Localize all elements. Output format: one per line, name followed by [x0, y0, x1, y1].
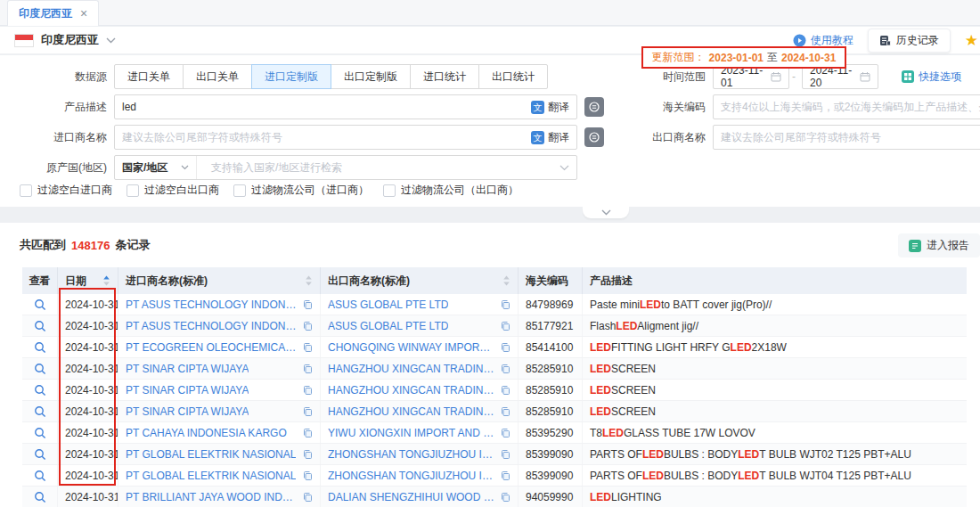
importer-link[interactable]: PT ASUS TECHNOLOGY INDONESIA BA...	[126, 298, 297, 311]
exporter-link[interactable]: ASUS GLOBAL PTE LTD	[328, 320, 448, 332]
datasource-tab-5[interactable]: 出口统计	[478, 64, 548, 89]
column-header-2[interactable]: 进口商名称(标准)	[118, 267, 321, 294]
view-record-button[interactable]	[34, 448, 46, 461]
exact-match-toggle[interactable]	[584, 127, 604, 147]
view-record-button[interactable]	[34, 491, 46, 503]
copy-icon[interactable]	[297, 428, 313, 438]
close-tab-icon[interactable]: ×	[80, 7, 87, 20]
tab-indonesia[interactable]: 印度尼西亚 ×	[7, 0, 99, 26]
copy-icon[interactable]	[297, 342, 313, 353]
history-button[interactable]: 历史记录	[868, 29, 951, 53]
exporter-link[interactable]: HANGZHOU XINGCAN TRADING CO LTD	[328, 384, 494, 397]
copy-icon[interactable]	[297, 299, 313, 310]
cell-importer: PT CAHAYA INDONESIA KARGO	[118, 422, 321, 443]
cell-hscode: 85399090	[519, 444, 583, 464]
translate-button[interactable]: 文 翻译	[531, 100, 569, 115]
cell-view	[22, 380, 58, 400]
copy-icon[interactable]	[297, 449, 313, 460]
copy-icon[interactable]	[494, 470, 510, 481]
filter-checkbox-1[interactable]: 过滤空白出口商	[127, 183, 219, 198]
indonesia-flag-icon	[14, 34, 34, 47]
importer-link[interactable]: PT SINAR CIPTA WIJAYA	[126, 363, 249, 375]
checkbox-icon[interactable]	[127, 184, 139, 197]
importer-link[interactable]: PT ECOGREEN OLEOCHEMICALS	[126, 341, 297, 354]
view-record-button[interactable]	[34, 341, 46, 354]
origin-country-search-placeholder[interactable]: 支持输入国家/地区进行检索	[202, 160, 554, 176]
copy-icon[interactable]	[494, 321, 510, 331]
datasource-tab-1[interactable]: 出口关单	[183, 64, 252, 89]
copy-icon[interactable]	[297, 492, 313, 503]
star-icon[interactable]: ★	[965, 31, 978, 50]
view-record-button[interactable]	[34, 405, 46, 418]
exact-match-toggle[interactable]	[584, 97, 604, 117]
view-record-button[interactable]	[34, 470, 46, 482]
datasource-tab-0[interactable]: 进口关单	[114, 64, 184, 89]
importer-input[interactable]	[122, 131, 526, 143]
checkbox-icon[interactable]	[383, 184, 396, 197]
copy-icon[interactable]	[494, 449, 510, 460]
copy-icon[interactable]	[297, 364, 313, 374]
copy-icon[interactable]	[494, 342, 510, 353]
copy-icon[interactable]	[494, 406, 510, 417]
checkbox-icon[interactable]	[20, 184, 32, 197]
hscode-input[interactable]	[721, 101, 980, 113]
datasource-tab-2[interactable]: 进口定制版	[251, 64, 331, 89]
importer-link[interactable]: PT ASUS TECHNOLOGY INDONESIA BA...	[126, 320, 297, 332]
exporter-input[interactable]	[721, 131, 980, 143]
importer-link[interactable]: PT GLOBAL ELEKTRIK NASIONAL	[126, 448, 296, 461]
desc-text: T8	[590, 427, 602, 439]
exporter-link[interactable]: CHONGQING WINWAY IMPORT AND E...	[328, 341, 494, 354]
sort-icon[interactable]	[497, 274, 510, 287]
copy-icon[interactable]	[494, 364, 510, 374]
cell-hscode: 85285910	[519, 358, 583, 379]
copy-icon[interactable]	[494, 428, 510, 438]
filter-checkbox-2[interactable]: 过滤物流公司（进口商）	[233, 183, 369, 198]
importer-link[interactable]: PT GLOBAL ELEKTRIK NASIONAL	[126, 470, 296, 482]
view-record-button[interactable]	[34, 384, 46, 397]
filter-checkbox-0[interactable]: 过滤空白进口商	[20, 183, 112, 198]
column-header-1[interactable]: 日期	[58, 267, 118, 294]
exporter-link[interactable]: DALIAN SHENGZHIHUI WOOD INDUST...	[328, 491, 494, 503]
translate-button[interactable]: 文 翻译	[531, 130, 569, 145]
view-record-button[interactable]	[34, 363, 46, 375]
product-desc-input[interactable]	[122, 101, 526, 113]
cell-date: 2024-10-31	[58, 444, 118, 464]
exporter-link[interactable]: ZHONGSHAN TONGJIUZHOU INTERNA...	[328, 470, 494, 482]
view-record-button[interactable]	[34, 320, 46, 332]
checkbox-icon[interactable]	[233, 184, 246, 197]
copy-icon[interactable]	[297, 470, 313, 481]
view-record-button[interactable]	[34, 427, 46, 439]
column-header-3[interactable]: 出口商名称(标准)	[321, 267, 519, 294]
importer-link[interactable]: PT CAHAYA INDONESIA KARGO	[126, 427, 287, 439]
exporter-link[interactable]: ZHONGSHAN TONGJIUZHOU INTERNA...	[328, 448, 494, 461]
importer-link[interactable]: PT SINAR CIPTA WIJAYA	[126, 384, 249, 397]
country-chevron-down-icon[interactable]	[106, 37, 116, 44]
collapse-panel-button[interactable]	[583, 207, 629, 218]
datasource-tab-4[interactable]: 进口统计	[410, 64, 479, 89]
quick-options-link[interactable]: 快捷选项	[902, 64, 961, 89]
enter-report-button[interactable]: 进入报告	[898, 233, 980, 258]
cell-importer: PT ASUS TECHNOLOGY INDONESIA BA...	[118, 315, 321, 336]
copy-icon[interactable]	[494, 492, 510, 503]
cell-importer: PT BRILLIANT JAYA WOOD INDUSTRY	[118, 487, 321, 507]
tutorial-link[interactable]: 使用教程	[793, 33, 853, 48]
exporter-link[interactable]: YIWU XIONGXIN IMPORT AND EXPORT...	[328, 427, 494, 439]
origin-country-select[interactable]: 国家/地区	[115, 156, 197, 179]
datasource-tab-3[interactable]: 出口定制版	[331, 64, 411, 89]
exporter-link[interactable]: HANGZHOU XINGCAN TRADING CO LTD	[328, 405, 494, 418]
copy-icon[interactable]	[297, 385, 313, 396]
exporter-link[interactable]: HANGZHOU XINGCAN TRADING CO LTD	[328, 363, 494, 375]
exporter-link[interactable]: ASUS GLOBAL PTE LTD	[328, 298, 448, 311]
filter-checkbox-3[interactable]: 过滤物流公司（出口商）	[383, 183, 519, 198]
copy-icon[interactable]	[297, 406, 313, 417]
copy-icon[interactable]	[297, 321, 313, 331]
view-record-button[interactable]	[34, 298, 46, 311]
copy-icon[interactable]	[494, 385, 510, 396]
cell-product-desc: LED SCREEN	[583, 358, 967, 379]
copy-icon[interactable]	[494, 299, 510, 310]
sort-icon[interactable]	[299, 274, 313, 287]
importer-link[interactable]: PT BRILLIANT JAYA WOOD INDUSTRY	[126, 491, 297, 503]
sort-icon[interactable]	[97, 274, 110, 287]
translate-icon: 文	[531, 101, 544, 114]
importer-link[interactable]: PT SINAR CIPTA WIJAYA	[126, 405, 249, 418]
